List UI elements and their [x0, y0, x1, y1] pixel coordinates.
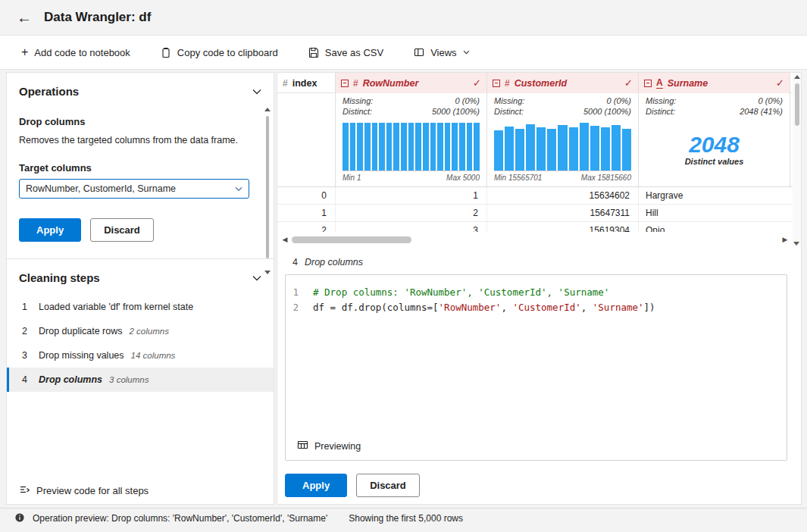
cell-customerid: 15647311	[486, 205, 638, 221]
apply-button[interactable]: Apply	[285, 474, 347, 497]
code-step-number: 4	[292, 257, 298, 268]
scroll-right-arrow-icon[interactable]: ▶	[780, 233, 790, 246]
missing-value: 0 (0%)	[455, 96, 480, 105]
max-label: Max 15815660	[581, 174, 631, 182]
info-icon	[14, 512, 25, 525]
target-columns-label: Target columns	[19, 162, 261, 174]
operations-section-header[interactable]: Operations	[7, 73, 274, 105]
numeric-type-icon: #	[283, 78, 288, 89]
code-actions: Apply Discard	[285, 474, 420, 497]
operations-scrollbar[interactable]	[264, 108, 271, 274]
add-code-label: Add code to notebook	[34, 47, 130, 58]
row-index: 1	[277, 208, 335, 218]
copy-code-button[interactable]: Copy code to clipboard	[161, 47, 278, 58]
table-row[interactable]: 1 2 15647311 Hill	[277, 205, 793, 222]
column-header-surname[interactable]: A Surname ✓	[638, 73, 790, 93]
missing-stat: Missing: 0 (0%)	[639, 93, 790, 106]
preview-grid-icon	[297, 440, 308, 452]
checkmark-icon: ✓	[624, 77, 633, 89]
distinct-stat: Distinct: 5000 (100%)	[336, 106, 486, 117]
deselect-column-icon[interactable]	[493, 80, 500, 87]
operations-title: Operations	[19, 85, 79, 98]
scrollbar-thumb[interactable]	[292, 236, 411, 243]
cleaning-step-2[interactable]: 2 Drop duplicate rows 2 columns	[7, 319, 274, 343]
text-type-icon: A	[656, 78, 663, 89]
cell-rownumber: 1	[335, 187, 486, 204]
scroll-down-arrow-icon[interactable]	[793, 242, 799, 246]
cleaning-steps-section-header[interactable]: Cleaning steps	[7, 259, 274, 292]
rownumber-histogram[interactable]	[343, 123, 480, 171]
data-wrangler-window: ← Data Wrangler: df + Add code to notebo…	[0, 0, 807, 532]
toolbar: + Add code to notebook Copy code to clip…	[0, 35, 807, 70]
table-row[interactable]: 2 3 15619304 Onio	[277, 222, 793, 232]
cell-rownumber: 2	[335, 205, 486, 221]
scroll-up-arrow-icon[interactable]	[264, 108, 271, 111]
scroll-down-arrow-icon[interactable]	[264, 271, 271, 274]
preview-code-label: Preview code for all steps	[36, 485, 149, 496]
save-as-csv-button[interactable]: Save as CSV	[308, 47, 383, 58]
table-row[interactable]: 0 1 15634602 Hargrave	[277, 187, 793, 205]
discard-button[interactable]: Discard	[356, 474, 420, 497]
numeric-type-icon: #	[505, 78, 510, 89]
grid-horizontal-scrollbar[interactable]: ◀ ▶	[280, 233, 790, 246]
page-title: Data Wrangler: df	[44, 10, 151, 25]
code-line: 1 # Drop columns: 'RowNumber', 'Customer…	[286, 285, 787, 300]
column-name: CustomerId	[515, 78, 620, 89]
distinct-value: 5000 (100%)	[583, 107, 631, 116]
missing-label: Missing:	[343, 96, 373, 105]
code-comment: # Drop columns: 'RowNumber', 'CustomerId…	[313, 286, 609, 298]
customerid-histogram[interactable]	[494, 123, 631, 171]
views-icon	[414, 47, 424, 58]
column-header-customerid[interactable]: # CustomerId ✓	[486, 73, 638, 93]
cleaning-steps-title: Cleaning steps	[19, 271, 100, 284]
right-panel: # index # RowNumber ✓ # CustomerId ✓	[277, 72, 802, 505]
code-string: 'Surname'	[593, 302, 644, 313]
row-index: 0	[277, 190, 335, 201]
step-number: 2	[22, 326, 33, 336]
preview-code-all-steps-button[interactable]: Preview code for all steps	[19, 484, 149, 497]
rows-count-info: Showing the first 5,000 rows	[349, 513, 463, 524]
distinct-label: Distinct:	[494, 107, 524, 116]
left-panel: Operations Drop columns Removes the targ…	[6, 72, 274, 505]
preview-code-icon	[19, 484, 30, 497]
views-dropdown[interactable]: Views	[414, 47, 469, 58]
code-step-title: 4 Drop columns	[292, 257, 363, 268]
distinct-stat: Distinct: 2048 (41%)	[639, 106, 790, 117]
code-string: 'RowNumber'	[439, 302, 502, 313]
add-code-to-notebook-button[interactable]: + Add code to notebook	[21, 46, 130, 58]
cleaning-step-4-active[interactable]: 4 Drop columns 3 columns	[7, 368, 274, 392]
deselect-column-icon[interactable]	[644, 80, 652, 87]
code-string: 'CustomerId'	[512, 302, 580, 313]
operation-preview-message: Operation preview: Drop columns: 'RowNum…	[33, 513, 327, 524]
cleaning-step-3[interactable]: 3 Drop missing values 14 columns	[7, 343, 274, 368]
previewing-label: Previewing	[314, 441, 361, 452]
min-label: Min 1	[343, 174, 361, 182]
index-column-header[interactable]: # index	[277, 73, 335, 93]
checkmark-icon: ✓	[776, 77, 784, 89]
scrollbar-thumb[interactable]	[266, 116, 269, 258]
step-number: 1	[22, 302, 33, 312]
cleaning-step-1[interactable]: 1 Loaded variable 'df' from kernel state	[7, 295, 274, 319]
column-header-rownumber[interactable]: # RowNumber ✓	[335, 73, 486, 93]
apply-button[interactable]: Apply	[19, 218, 81, 242]
grid-vertical-scrollbar[interactable]	[793, 73, 801, 246]
distinct-value: 5000 (100%)	[432, 107, 480, 116]
cell-surname: Hargrave	[638, 187, 790, 204]
code-editor[interactable]: 1 # Drop columns: 'RowNumber', 'Customer…	[285, 274, 787, 461]
line-number: 1	[286, 285, 313, 300]
scroll-up-arrow-icon[interactable]	[794, 75, 800, 79]
missing-value: 0 (0%)	[607, 96, 631, 105]
index-summary-cell	[277, 93, 335, 186]
chevron-down-icon	[252, 271, 261, 284]
scroll-left-arrow-icon[interactable]: ◀	[280, 233, 290, 246]
deselect-column-icon[interactable]	[341, 80, 349, 87]
numeric-type-icon: #	[353, 78, 358, 89]
operation-name: Drop columns	[19, 116, 261, 127]
target-columns-combobox[interactable]: RowNumber, CustomerId, Surname	[19, 179, 249, 199]
scrollbar-track[interactable]	[290, 233, 780, 246]
target-columns-value: RowNumber, CustomerId, Surname	[26, 183, 176, 194]
back-arrow-icon[interactable]: ←	[17, 10, 32, 25]
min-label: Min 15565701	[494, 174, 542, 182]
discard-button[interactable]: Discard	[90, 218, 154, 242]
scrollbar-thumb[interactable]	[795, 83, 799, 126]
